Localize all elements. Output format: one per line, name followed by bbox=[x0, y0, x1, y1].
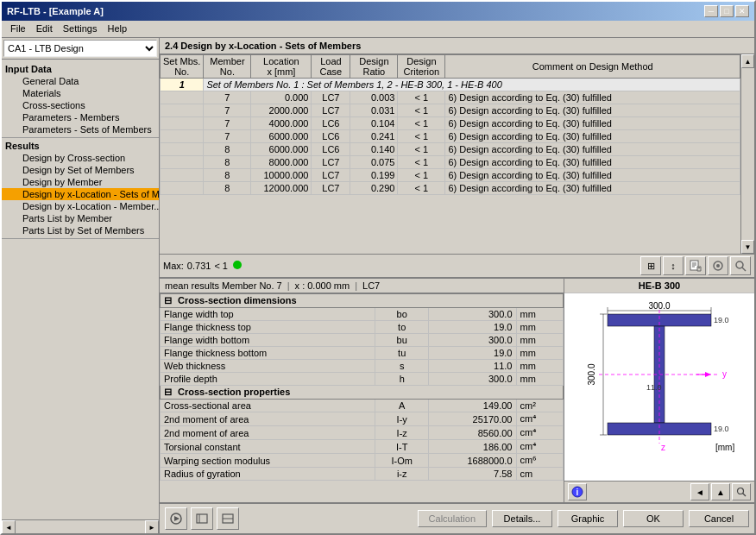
title-bar: RF-LTB - [Example A] ─ □ ✕ bbox=[2, 2, 754, 21]
prop-val-11: 1688000.0 bbox=[429, 454, 516, 468]
col-header-e: DesignRatio bbox=[350, 55, 398, 79]
left-panel: CA1 - LTB Design Input Data General Data… bbox=[2, 38, 160, 533]
minimize-button[interactable]: ─ bbox=[704, 5, 718, 17]
cell-set-8 bbox=[161, 182, 204, 195]
max-crit: < 1 bbox=[214, 261, 228, 271]
cell-lc-6: LC7 bbox=[312, 156, 350, 169]
cell-comment-4: 6) Design according to Eq. (30) fulfille… bbox=[445, 130, 740, 143]
case-selector[interactable]: CA1 - LTB Design bbox=[3, 40, 157, 57]
prop-unit-6: mm bbox=[516, 373, 564, 386]
prop-sym-5: s bbox=[375, 360, 429, 373]
section-1-title: Cross-section dimensions bbox=[178, 295, 297, 305]
tree-parameters-sets[interactable]: Parameters - Sets of Members bbox=[2, 123, 159, 135]
cell-lc-7: LC7 bbox=[312, 169, 350, 182]
svg-text:300.0: 300.0 bbox=[587, 363, 596, 385]
menu-help[interactable]: Help bbox=[102, 22, 132, 35]
tree-design-member[interactable]: Design by Member bbox=[2, 176, 159, 188]
cell-lc-4: LC6 bbox=[312, 130, 350, 143]
tree-parameters-members[interactable]: Parameters - Members bbox=[2, 111, 159, 123]
tree-input-data[interactable]: Input Data bbox=[2, 63, 159, 75]
tree-cross-sections[interactable]: Cross-sections bbox=[2, 99, 159, 111]
footer-right-buttons: Calculation Details... Graphic OK Cancel bbox=[418, 510, 749, 527]
scroll-right-btn[interactable]: ► bbox=[145, 520, 159, 533]
info-button[interactable]: i bbox=[568, 483, 587, 500]
table-scrollbar-v[interactable]: ▲ ▼ bbox=[740, 54, 754, 254]
menu-edit[interactable]: Edit bbox=[31, 22, 58, 35]
cell-lc-2: LC7 bbox=[312, 104, 350, 117]
scroll-track-v[interactable] bbox=[741, 68, 754, 240]
cell-member-7: 8 bbox=[204, 169, 251, 182]
tree-general-data[interactable]: General Data bbox=[2, 75, 159, 87]
cell-loc-2: 2000.000 bbox=[251, 104, 312, 117]
prop-name-9: 2nd moment of area bbox=[161, 426, 375, 440]
graphic-button[interactable]: Graphic bbox=[558, 510, 618, 527]
cell-loc-4: 6000.000 bbox=[251, 130, 312, 143]
cell-comment-7: 6) Design according to Eq. (30) fulfille… bbox=[445, 169, 740, 182]
details-button[interactable]: Details... bbox=[492, 510, 552, 527]
cell-comment-6: 6) Design according to Eq. (30) fulfille… bbox=[445, 156, 740, 169]
cancel-button[interactable]: Cancel bbox=[689, 510, 749, 527]
tree-design-set-members[interactable]: Design by Set of Members bbox=[2, 164, 159, 176]
tree-design-cross-section[interactable]: Design by Cross-section bbox=[2, 152, 159, 164]
prop-val-6: 300.0 bbox=[429, 373, 516, 386]
close-button[interactable]: ✕ bbox=[735, 5, 749, 17]
tree-parts-list-set[interactable]: Parts List by Set of Members bbox=[2, 224, 159, 236]
prop-sym-9: I-z bbox=[375, 426, 429, 440]
toolbar-btn-2[interactable]: ↕ bbox=[663, 256, 684, 275]
section-title: 2.4 Design by x-Location - Sets of Membe… bbox=[160, 38, 754, 54]
svg-marker-35 bbox=[174, 516, 180, 521]
list-item: Radius of gyration i-z 7.58 cm bbox=[161, 468, 564, 481]
calculation-button[interactable]: Calculation bbox=[418, 510, 487, 527]
cs-btn-up[interactable]: ▲ bbox=[711, 483, 730, 500]
toolbar-btn-4[interactable] bbox=[708, 256, 728, 275]
scroll-down-btn[interactable]: ▼ bbox=[741, 240, 754, 254]
svg-text:i: i bbox=[576, 488, 579, 497]
scroll-up-btn[interactable]: ▲ bbox=[741, 54, 754, 68]
prop-unit-4: mm bbox=[516, 347, 564, 360]
cs-btn-prev[interactable]: ◄ bbox=[690, 483, 709, 500]
cell-member-8: 8 bbox=[204, 182, 251, 195]
footer-btn-3[interactable] bbox=[217, 507, 239, 530]
prop-name-3: Flange width bottom bbox=[161, 334, 375, 347]
tree-materials[interactable]: Materials bbox=[2, 87, 159, 99]
menu-file[interactable]: File bbox=[5, 22, 31, 35]
prop-name-10: Torsional constant bbox=[161, 440, 375, 454]
ok-button[interactable]: OK bbox=[623, 510, 684, 527]
scroll-track-h[interactable] bbox=[16, 520, 145, 533]
footer-btn-2[interactable] bbox=[191, 507, 213, 530]
cell-loc-8: 12000.000 bbox=[251, 182, 312, 195]
max-ratio: 0.731 bbox=[187, 261, 211, 271]
maximize-button[interactable]: □ bbox=[720, 5, 734, 17]
tree-results[interactable]: Results bbox=[2, 140, 159, 152]
right-panel: 2.4 Design by x-Location - Sets of Membe… bbox=[160, 38, 754, 533]
svg-text:300.0: 300.0 bbox=[648, 301, 670, 311]
svg-text:y: y bbox=[722, 369, 727, 379]
prop-name-2: Flange thickness top bbox=[161, 321, 375, 334]
toolbar-btn-3[interactable] bbox=[685, 256, 706, 275]
table-row: 8 8000.000 LC7 0.075 < 1 6) Design accor… bbox=[161, 156, 740, 169]
svg-text:z: z bbox=[661, 443, 665, 452]
cell-ratio-5: 0.140 bbox=[350, 143, 398, 156]
window-title: RF-LTB - [Example A] bbox=[7, 6, 104, 16]
tree-design-xloc-members[interactable]: Design by x-Location - Member... bbox=[2, 200, 159, 212]
tree-design-xloc-sets[interactable]: Design by x-Location - Sets of M... bbox=[2, 188, 159, 200]
scroll-left-btn[interactable]: ◄ bbox=[2, 520, 16, 533]
list-item: Flange width bottom bu 300.0 mm bbox=[161, 334, 564, 347]
toolbar-btn-1[interactable]: ⊞ bbox=[640, 256, 661, 275]
prop-val-5: 11.0 bbox=[429, 360, 516, 373]
svg-line-8 bbox=[742, 268, 746, 271]
prop-sym-10: I-T bbox=[375, 440, 429, 454]
cs-btn-zoom[interactable] bbox=[732, 483, 751, 500]
prop-sym-11: I-Om bbox=[375, 454, 429, 468]
toolbar-btn-5[interactable] bbox=[730, 256, 751, 275]
status-dot bbox=[233, 261, 242, 271]
footer-btn-1[interactable] bbox=[165, 507, 187, 530]
cell-crit-3: < 1 bbox=[398, 117, 445, 130]
list-item: Torsional constant I-T 186.00 cm⁴ bbox=[161, 440, 564, 454]
list-item: Web thickness s 11.0 mm bbox=[161, 360, 564, 373]
prop-val-7: 149.00 bbox=[429, 400, 516, 412]
col-header-f: DesignCriterion bbox=[398, 55, 445, 79]
cell-loc-6: 8000.000 bbox=[251, 156, 312, 169]
tree-parts-list-member[interactable]: Parts List by Member bbox=[2, 212, 159, 224]
menu-settings[interactable]: Settings bbox=[58, 22, 103, 35]
